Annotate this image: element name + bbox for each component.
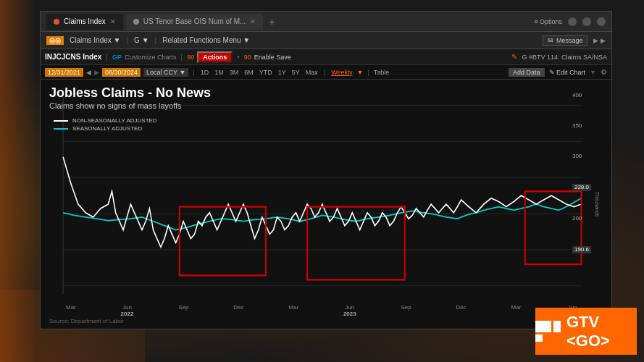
period-1m[interactable]: 1M (213, 69, 225, 76)
gtv-block-3 (535, 334, 543, 342)
x-label-dec-2: Dec (456, 304, 467, 317)
period-6m[interactable]: 6M (243, 69, 255, 76)
gtv-icon-row-2 (535, 334, 561, 342)
tab-close-button-2[interactable]: ✕ (250, 18, 256, 25)
tab-claims-index[interactable]: Claims Index ✕ (46, 14, 123, 30)
chart-right-controls: Add Data ✎ Edit Chart ▼ ⚙ (509, 68, 607, 77)
tab-bar: Claims Index ✕ US Tenor Base OIS Num of … (41, 12, 611, 32)
period-1y[interactable]: 1Y (277, 69, 288, 76)
x-axis-labels: Mar Jun 2022 Sep Dec Mar Jun 2023 Sep (66, 304, 579, 317)
date-to-separator: ▶ (94, 69, 99, 76)
period-max[interactable]: Max (304, 69, 319, 76)
date-sep-1: | (193, 69, 194, 76)
legend-line-teal (54, 128, 68, 130)
y-axis-title: Thousands (595, 192, 600, 217)
chart-legend: NON-SEASONALLY ADJUSTED SEASONALLY ADJUS… (54, 117, 157, 132)
gtv-block-2 (553, 321, 561, 332)
start-date[interactable]: 12/31/2021 (45, 68, 83, 77)
chart-title-block: Jobless Claims - No News Claims show no … (49, 85, 211, 110)
btv-info: G #BTV 114: Claims SA/NSA (522, 54, 607, 61)
x-label-dec-1: Dec (233, 304, 243, 317)
toolbar-separator-1: | (106, 53, 108, 61)
svg-rect-8 (307, 207, 405, 280)
y-label-300: 300 (572, 153, 591, 159)
tab-favicon-2 (133, 19, 139, 25)
gp-chart-button[interactable]: GP (112, 54, 122, 61)
toolbar-separator-3: • (237, 53, 240, 61)
x-label-sep-1: Sep (178, 304, 188, 317)
gtv-block-1 (535, 321, 551, 332)
enable-number: 90 (244, 54, 251, 61)
ticker-symbol[interactable]: INJCJCNS Index (45, 53, 101, 61)
date-sep-2: | (324, 69, 325, 76)
nav-separator-2: | (155, 36, 157, 44)
nav-related-functions[interactable]: Related Functions Menu ▼ (162, 36, 250, 44)
toolbar-right: ✎ G #BTV 114: Claims SA/NSA (511, 53, 607, 61)
bloomberg-logo: ◎◎ (46, 36, 64, 45)
local-ccy-dropdown[interactable]: Local CCY ▼ (143, 68, 188, 77)
nav-arrows[interactable]: ▶ ▶ (593, 37, 606, 44)
message-icon: ✉ (548, 37, 553, 44)
table-button[interactable]: Table (374, 69, 390, 76)
tab-label: Claims Index (64, 17, 106, 25)
x-label-jun-2023: Jun 2023 (343, 304, 356, 317)
source-text: Source: Department of Labor (49, 318, 124, 324)
maximize-button[interactable] (582, 17, 591, 26)
x-label-jun-2022: Jun 2022 (121, 304, 134, 317)
frequency-dropdown[interactable]: ▼ (357, 69, 364, 76)
minimize-button[interactable] (568, 17, 577, 26)
x-label-mar-1: Mar (66, 304, 76, 317)
period-5y[interactable]: 5Y (290, 69, 301, 76)
y-label-228: 228.0 (572, 184, 591, 191)
bloomberg-toolbar: INJCJCNS Index | GP Customize Charts | 9… (41, 49, 611, 65)
toolbar-separator-2: | (181, 53, 183, 61)
actions-button[interactable]: Actions (197, 51, 233, 63)
chart-subtitle: Claims show no signs of mass layoffs (49, 101, 211, 110)
chart-area: Jobless Claims - No News Claims show no … (41, 80, 611, 329)
end-date[interactable]: 08/30/2024 (102, 68, 141, 77)
nav-g[interactable]: G ▼ (134, 36, 149, 44)
y-label-200: 200 (572, 216, 591, 222)
legend-item-nsa: NON-SEASONALLY ADJUSTED (54, 117, 157, 124)
tab-us-tenor[interactable]: US Tenor Base OIS Num of M... ✕ (126, 14, 264, 30)
customize-charts-label: Customize Charts (125, 54, 177, 61)
gtv-icon-row-1 (535, 321, 561, 332)
enable-save-button[interactable]: Enable Save (254, 54, 291, 61)
close-button[interactable] (597, 17, 606, 26)
period-weekly[interactable]: Weekly (330, 69, 354, 76)
nav-bar: ◎◎ Claims Index ▼ | G ▼ | Related Functi… (41, 32, 611, 49)
y-label-400: 400 (572, 93, 591, 98)
gtv-logo[interactable]: GTV <GO> (535, 308, 637, 355)
options-label[interactable]: ≡ Options (534, 18, 562, 25)
date-arrow-left[interactable]: ◀ (86, 69, 91, 76)
edit-icon[interactable]: ✎ (511, 53, 517, 61)
legend-item-sa: SEASONALLY ADJUSTED (54, 125, 157, 132)
tab-close-button[interactable]: ✕ (110, 18, 116, 25)
settings-icon[interactable]: ⚙ (601, 68, 607, 76)
y-axis-labels: 400 350 300 228.0 200 190.6 (572, 93, 591, 253)
gtv-label: GTV <GO> (566, 313, 637, 350)
x-label-sep-2: Sep (401, 304, 411, 317)
nav-separator-1: | (126, 36, 128, 44)
date-sep-3: | (367, 69, 369, 76)
message-button[interactable]: ✉ Message (543, 35, 588, 46)
add-tab-button[interactable]: + (266, 16, 277, 28)
nav-right-controls: ✉ Message ▶ ▶ (543, 35, 606, 46)
browser-window: Claims Index ✕ US Tenor Base OIS Num of … (40, 11, 612, 329)
nav-claims-index[interactable]: Claims Index ▼ (70, 36, 120, 44)
add-data-button[interactable]: Add Data (509, 68, 545, 77)
legend-label-nsa: NON-SEASONALLY ADJUSTED (72, 117, 157, 124)
period-3m[interactable]: 3M (228, 69, 241, 76)
chart-main-title: Jobless Claims - No News (49, 85, 211, 101)
tab-favicon (54, 19, 59, 25)
period-1d[interactable]: 1D (199, 69, 211, 76)
y-label-1906: 190.6 (572, 246, 591, 253)
x-label-mar-2: Mar (288, 304, 298, 317)
y-label-350: 350 (572, 123, 591, 129)
tab-label-2: US Tenor Base OIS Num of M... (143, 17, 246, 25)
period-ytd[interactable]: YTD (258, 69, 274, 76)
edit-dropdown[interactable]: ▼ (590, 69, 596, 76)
x-label-mar-3: Mar (511, 304, 522, 317)
legend-label-sa: SEASONALLY ADJUSTED (72, 125, 142, 132)
edit-chart-button[interactable]: ✎ Edit Chart (549, 69, 586, 76)
